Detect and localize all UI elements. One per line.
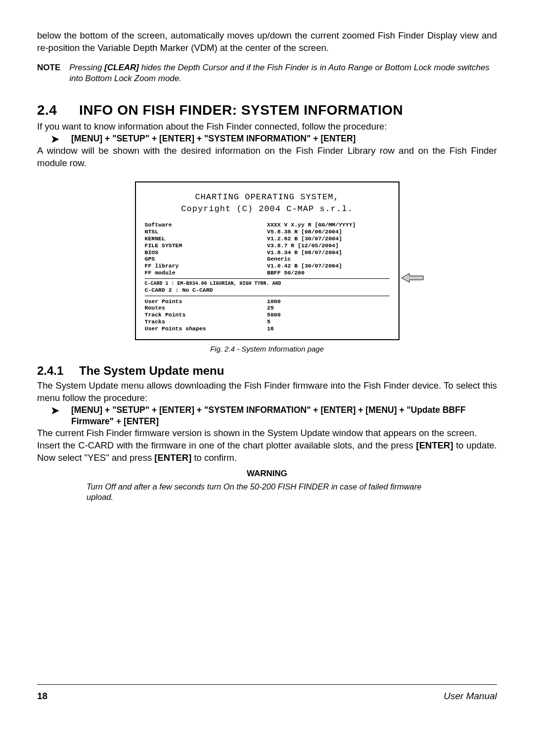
row-label: Tracks: [145, 318, 267, 325]
dialog-rows-group-1: SoftwareXXXX V X.yy R [GG/MM/YYYY] NTSLV…: [145, 222, 390, 276]
arrow-icon: ➤: [51, 133, 59, 145]
dialog-title: CHARTING OPERATING SYSTEM, Copyright (C)…: [145, 191, 390, 215]
row-label: FF module: [145, 269, 267, 276]
key-label: [ENTER]: [154, 452, 191, 463]
note-pre: Pressing: [69, 63, 104, 72]
section-2-4-para2: A window will be shown with the desired …: [37, 145, 497, 170]
dialog-rows-group-3: User Points1000 Routes25 Track Points500…: [145, 298, 390, 332]
page-footer: 18 User Manual: [37, 684, 497, 703]
system-info-dialog: CHARTING OPERATING SYSTEM, Copyright (C)…: [135, 181, 400, 340]
section-title: INFO ON FISH FINDER: SYSTEM INFORMATION: [79, 102, 403, 118]
divider: [145, 296, 390, 296]
procedure-text-2: [MENU] + "SETUP" + [ENTER] + "SYSTEM INF…: [71, 404, 497, 427]
divider: [145, 278, 390, 279]
row-value: V1.0.42 B [30/07/2004]: [267, 263, 390, 269]
row-label: FF library: [145, 263, 267, 269]
page-number: 18: [37, 690, 47, 703]
row-label: C-CARD 1 : EM-B934.06 LIGURIAN, HIGH TYR…: [145, 281, 281, 287]
key-label: [ENTER]: [416, 440, 453, 450]
row-label: GPS: [145, 256, 267, 263]
intro-paragraph: below the bottom of the screen, automati…: [37, 30, 497, 54]
text-segment: to confirm.: [191, 452, 237, 463]
note-text: Pressing [CLEAR] hides the Depth Cursor …: [69, 62, 497, 84]
figure-container: CHARTING OPERATING SYSTEM, Copyright (C)…: [37, 181, 497, 340]
row-value: 16: [267, 325, 390, 332]
procedure-text-1: [MENU] + "SETUP" + [ENTER] + "SYSTEM INF…: [71, 133, 356, 144]
procedure-row-2: ➤ [MENU] + "SETUP" + [ENTER] + "SYSTEM I…: [51, 404, 497, 427]
dialog-rows-group-2: C-CARD 1 : EM-B934.06 LIGURIAN, HIGH TYR…: [145, 281, 390, 294]
row-label: BIOS: [145, 249, 267, 256]
subsection-title: The System Update menu: [79, 364, 224, 377]
row-label: FILE SYSTEM: [145, 242, 267, 249]
row-value: XXXX V X.yy R [GG/MM/YYYY]: [267, 222, 390, 228]
row-label: User Points shapes: [145, 325, 267, 332]
callout-arrow-icon: [401, 272, 426, 286]
row-label: Track Points: [145, 311, 267, 318]
text-segment: Insert the C-CARD with the firmware in o…: [37, 440, 416, 450]
row-label: Routes: [145, 305, 267, 311]
row-value: V1.2.62 B [30/07/2004]: [267, 235, 390, 242]
row-value: 25: [267, 305, 390, 311]
row-value: 5000: [267, 311, 390, 318]
note-key: [CLEAR]: [104, 63, 139, 72]
row-value: Generic: [267, 256, 390, 263]
section-num: 2.4: [37, 101, 79, 120]
svg-marker-0: [401, 273, 423, 282]
row-value: 5: [267, 318, 390, 325]
row-value: V1.8.34 R [06/07/2004]: [267, 249, 390, 256]
section-2-4-para1: If you want to know information about th…: [37, 121, 497, 133]
dialog-title-line2: Copyright (C) 2004 C-MAP s.r.l.: [145, 203, 390, 215]
row-label: User Points: [145, 298, 267, 305]
dialog-title-line1: CHARTING OPERATING SYSTEM,: [145, 191, 390, 203]
row-label: KERNEL: [145, 235, 267, 242]
row-value: V3.8.7 R [12/05/2004]: [267, 242, 390, 249]
row-value: V5.8.38 R [08/06/2004]: [267, 228, 390, 235]
section-2-4-1-para1: The System Update menu allows downloadin…: [37, 380, 497, 404]
arrow-icon: ➤: [51, 404, 59, 416]
note-block: NOTE Pressing [CLEAR] hides the Depth Cu…: [37, 62, 497, 84]
row-label: C-CARD 2 : No C-CARD: [145, 287, 213, 294]
section-2-4-heading: 2.4INFO ON FISH FINDER: SYSTEM INFORMATI…: [37, 101, 497, 120]
warning-label: WARNING: [37, 468, 497, 480]
warning-text: Turn Off and after a few seconds turn On…: [87, 482, 428, 503]
section-2-4-1-heading: 2.4.1The System Update menu: [37, 363, 497, 379]
section-2-4-1-para2a: The current Fish Finder firmware version…: [37, 427, 497, 440]
row-label: Software: [145, 222, 267, 228]
section-2-4-1-para2b: Insert the C-CARD with the firmware in o…: [37, 440, 497, 464]
subsection-num: 2.4.1: [37, 363, 79, 379]
row-value: 1000: [267, 298, 390, 305]
figure-caption: Fig. 2.4 - System Information page: [37, 344, 497, 354]
note-label: NOTE: [37, 62, 60, 84]
row-label: NTSL: [145, 228, 267, 235]
footer-title: User Manual: [444, 690, 497, 703]
procedure-row-1: ➤ [MENU] + "SETUP" + [ENTER] + "SYSTEM I…: [51, 133, 497, 145]
row-value: BBFF 50/200: [267, 269, 390, 276]
